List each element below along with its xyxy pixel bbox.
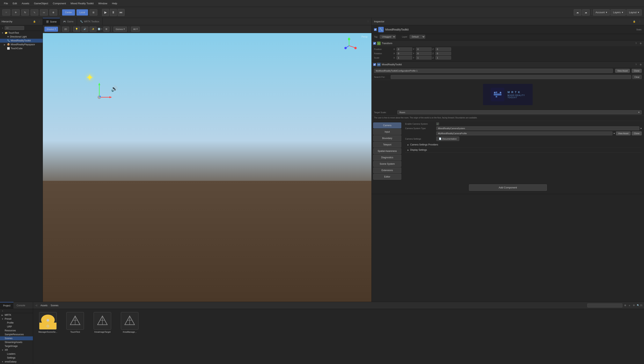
scale-z-input[interactable] [436,56,451,60]
menu-assets[interactable]: Assets [19,1,32,6]
scene-more-btn[interactable]: ⋮ [366,20,370,23]
menu-edit[interactable]: Edit [10,1,19,6]
menu-component[interactable]: Component [50,1,68,6]
proj-tree-profile[interactable]: Profile [0,321,33,325]
view-asset-btn[interactable]: View Asset [615,69,630,73]
asset-xrea-image-target[interactable]: XreaImageTarget [91,312,114,333]
tab-scene[interactable]: 🎬 Scene [43,18,60,25]
asset-manager-scene[interactable]: ⚙ ● ManagerSceneSe... [36,312,60,333]
proj-tree-mrtk[interactable]: ▶ MRTK [0,313,33,317]
all-layers-btn[interactable]: All ▾ [131,27,140,32]
documentation-btn[interactable]: 📄 Documentation [436,136,459,141]
enable-camera-check[interactable]: ✓ [436,122,439,125]
rotate-tool-btn[interactable]: ↻ [21,9,29,16]
tab-game[interactable]: 🎮 Game [60,18,77,25]
cloud-btn[interactable]: ☁ [582,9,590,16]
step-btn[interactable]: ⏭ [118,9,125,16]
menu-file[interactable]: File [2,1,10,6]
transform-info-btn[interactable]: ? [635,42,637,45]
mrtk-clear-btn[interactable]: Clear [632,75,642,79]
layer-dropdown[interactable]: Default [410,35,425,39]
camera-system-type-input[interactable] [436,126,639,130]
hierarchy-add-btn[interactable]: + [1,26,4,30]
hand-tool-btn[interactable]: ☞ [2,9,10,16]
tab-console[interactable]: Console [14,302,28,309]
mrtk-toggle[interactable] [373,63,376,66]
snap-btn[interactable]: ⊞ [90,9,97,16]
account-btn[interactable]: Account ▾ [593,9,610,16]
hierarchy-lock-btn[interactable]: 🔒 [32,20,37,23]
asset-xrea-manage[interactable]: XreaManage... [118,312,141,333]
mrtk-settings-btn[interactable]: ⚙ [639,63,642,66]
proj-tree-resources[interactable]: Resources [0,328,33,332]
2d-btn[interactable]: 2D [62,27,69,32]
gizmos-btn[interactable]: Gizmos ▾ [113,27,127,32]
tag-dropdown[interactable]: Untagged [380,35,396,39]
collab-btn[interactable]: ☁ [574,9,581,16]
pause-btn[interactable]: ⏸ [110,9,117,16]
transform-settings-btn[interactable]: ⚙ [639,42,642,45]
tab-project[interactable]: Project [0,302,14,309]
assets-settings-btn[interactable]: ⚙ [632,304,636,307]
audio-btn[interactable]: 🔊 [81,27,88,32]
asset-touchtest[interactable]: TouchTest [64,312,87,333]
mrtk-component-header[interactable]: MR MixedRealityToolkit ? ⚙ [372,62,644,68]
menu-mrtk[interactable]: Mixed Reality Toolkit [68,1,96,6]
add-component-btn[interactable]: Add Component [469,184,547,191]
menu-help[interactable]: Help [110,1,120,6]
proj-tree-targetimg[interactable]: TargetImage [0,344,33,348]
mrtk-profile-input[interactable]: MyMixedRealityToolkitConfigurationProfil… [374,69,613,73]
cam-clone-btn[interactable]: Clone [632,132,642,135]
tree-touchcube[interactable]: ⬜ TouchCube [0,46,43,50]
menu-window[interactable]: Window [96,1,110,6]
mrtk-teleport-btn[interactable]: Teleport [373,142,401,148]
pos-z-input[interactable] [436,48,451,51]
proj-tree-urp[interactable]: URP [0,325,33,328]
lighting-btn[interactable]: 💡 [73,27,80,32]
mrtk-editor-btn[interactable]: Editor [373,174,401,180]
breadcrumb-assets[interactable]: Assets [41,304,48,307]
assets-list-btn[interactable]: ≡ [628,304,631,307]
transform-header[interactable]: ↔ Transform ? ⚙ [372,40,644,46]
assets-back-btn[interactable]: ◁ [35,304,38,307]
play-btn[interactable]: ▶ [102,9,109,16]
center-btn[interactable]: Center [62,9,75,16]
camera-profile-input[interactable] [436,132,612,135]
scale-y-input[interactable] [416,56,432,60]
hierarchy-more-btn[interactable]: ⋮ [37,20,41,23]
proj-tree-settings[interactable]: Settings [0,356,33,360]
layout-btn[interactable]: Layout ▾ [626,9,642,16]
mrtk-diagnostics-btn[interactable]: Diagnostics [373,154,401,160]
rot-x-input[interactable] [396,52,412,55]
tab-mrtk-toolbox[interactable]: 🔧 MRTK Toolbox [77,18,103,25]
clone-btn[interactable]: Clone [632,69,642,73]
mrtk-camera-btn[interactable]: Camera [373,122,401,128]
menu-gameobject[interactable]: GameObject [32,1,50,6]
camera-providers-header[interactable]: ▶ Camera Settings Providers [407,143,639,146]
pos-x-input[interactable] [396,48,412,51]
scale-tool-btn[interactable]: ⤡ [31,9,38,16]
rect-tool-btn[interactable]: ▭ [40,9,48,16]
layers-btn[interactable]: Layers ▾ [610,9,626,16]
proj-tree-scenes[interactable]: Scenes [0,336,33,340]
mrtk-spatial-btn[interactable]: Spatial Awareness [373,148,401,154]
proj-tree-loaders[interactable]: Loaders [0,352,33,356]
move-tool-btn[interactable]: ✛ [12,9,20,16]
scale-x-input[interactable] [396,56,412,60]
scene-view[interactable]: ✦ Y Persp [43,33,371,302]
mrtk-search-input[interactable] [391,75,631,79]
proj-add-btn[interactable]: + [1,309,4,312]
hierarchy-search-input[interactable] [5,26,24,30]
inspector-lock-btn[interactable]: 🔒 [632,20,636,23]
mrtk-info-btn[interactable]: ? [635,63,637,66]
mrtk-input-btn[interactable]: Input [373,129,401,135]
transform-toggle[interactable] [373,42,376,45]
rot-z-input[interactable] [436,52,451,55]
tree-touchtest[interactable]: ▼ 📁 TouchTest [0,31,43,35]
proj-tree-xreagalaxy[interactable]: ▼ xreaGalaxy [0,360,33,364]
transform-tool-btn[interactable]: ⊕ [50,9,57,16]
proj-tree-xr[interactable]: ▼ XR [0,348,33,352]
assets-search-input[interactable] [587,304,622,308]
mrtk-boundary-btn[interactable]: Boundary [373,135,401,141]
tree-mrplayspace[interactable]: ▶ 📦 MixedRealityPlayspace [0,42,43,46]
